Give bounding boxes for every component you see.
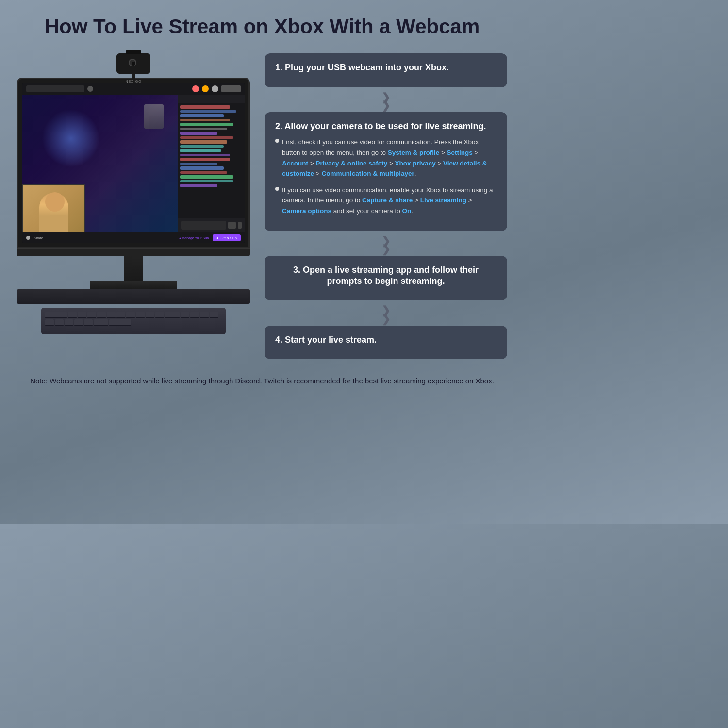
monitor: Share ♦ Manage Your Sub ♦ Gift a Sub	[17, 78, 250, 289]
step-1-card: 1. Plug your USB webcam into your Xbox.	[265, 53, 507, 87]
link-capture-share: Capture & share	[362, 197, 413, 204]
topbar-dot-red	[192, 85, 199, 92]
game-view	[22, 95, 178, 232]
bullet-dot-1	[275, 139, 279, 143]
chat-line	[180, 128, 227, 130]
webcam-base	[132, 74, 135, 79]
chat-line	[180, 136, 233, 139]
streamer-cam	[22, 184, 85, 232]
key	[109, 319, 131, 326]
chat-line	[180, 180, 233, 182]
monitor-stand-base	[90, 281, 177, 289]
chat-line	[180, 110, 236, 113]
webcam-label: NEXIGO	[114, 80, 153, 83]
chat-line	[180, 145, 224, 148]
monitor-frame: Share ♦ Manage Your Sub ♦ Gift a Sub	[17, 78, 250, 248]
chat-panel	[178, 95, 245, 232]
key	[97, 312, 106, 318]
webcam-lens-inner	[132, 62, 135, 66]
chat-line	[180, 163, 218, 165]
bullet-dot-2	[275, 187, 279, 191]
chat-messages	[178, 103, 245, 218]
chat-header	[178, 95, 245, 103]
monitor-screen: Share ♦ Manage Your Sub ♦ Gift a Sub	[22, 83, 245, 243]
key	[74, 319, 83, 326]
webcam-lens	[129, 59, 136, 66]
chat-line	[180, 114, 224, 117]
step-1-title: 1. Plug your USB webcam into your Xbox.	[275, 62, 496, 73]
key	[68, 312, 77, 318]
chat-line	[180, 175, 233, 179]
right-panel: 1. Plug your USB webcam into your Xbox. …	[265, 53, 507, 363]
note-section: Note: Webcams are not supported while li…	[17, 375, 507, 387]
link-comm-multiplayer: Communication & multiplayer	[321, 170, 414, 177]
step-2-bullet-2-text: If you can use video communication, enab…	[282, 185, 496, 216]
link-on: On	[402, 207, 412, 215]
step-3-title: 3. Open a live streaming app and follow …	[275, 265, 496, 287]
key	[84, 319, 93, 326]
key	[200, 312, 209, 318]
step-2-card: 2. Allow your camera to be used for live…	[265, 112, 507, 231]
monitor-neck	[124, 256, 143, 281]
chevron-icon-2: ❯	[381, 101, 390, 110]
step-4-title: 4. Start your live stream.	[275, 334, 496, 346]
share-icon	[26, 236, 30, 240]
key	[155, 312, 164, 318]
step-2-bullet-1-text: First, check if you can use video for co…	[282, 137, 496, 179]
key	[210, 312, 218, 318]
chat-line	[180, 123, 233, 126]
key	[181, 312, 189, 318]
screen-bottom-bar: Share ♦ Manage Your Sub ♦ Gift a Sub	[22, 232, 245, 243]
key	[126, 312, 135, 318]
webcam-body	[116, 53, 150, 74]
arrow-3: ❯ ❯	[265, 306, 507, 323]
chat-line	[180, 171, 227, 174]
chat-input	[181, 221, 226, 230]
chat-line	[180, 154, 231, 156]
screen-left: Share ♦ Manage Your Sub ♦ Gift a Sub	[22, 83, 245, 243]
chat-line	[180, 119, 231, 121]
key	[45, 312, 67, 318]
step-2-bullet-2: If you can use video communication, enab…	[275, 185, 496, 216]
topbar-dot-orange	[202, 85, 209, 92]
manage-sub: ♦ Manage Your Sub	[179, 236, 209, 240]
monitor-chin	[17, 248, 250, 256]
key	[94, 319, 108, 326]
keyboard	[41, 308, 226, 334]
arrow-2: ❯ ❯	[265, 237, 507, 254]
chat-line	[180, 105, 231, 109]
gift-btn[interactable]: ♦ Gift a Sub	[213, 234, 241, 241]
step-2-bullet-1: First, check if you can use video for co…	[275, 137, 496, 179]
link-account: Account	[282, 160, 308, 167]
topbar-icons	[192, 85, 241, 92]
link-live-streaming: Live streaming	[420, 197, 466, 204]
key	[55, 319, 64, 326]
key	[116, 312, 125, 318]
screen-main	[22, 95, 245, 232]
key	[87, 312, 96, 318]
share-label: Share	[34, 236, 43, 240]
step-3-card: 3. Open a live streaming app and follow …	[265, 256, 507, 301]
topbar-dot-gray	[212, 85, 218, 92]
link-privacy: Privacy & online safety	[315, 160, 387, 167]
key	[136, 312, 145, 318]
chat-icon	[228, 222, 236, 229]
key	[65, 319, 73, 326]
step-4-card: 4. Start your live stream.	[265, 326, 507, 359]
chat-more	[238, 222, 242, 229]
left-panel: NEXIGO	[17, 53, 250, 334]
chat-line	[180, 132, 218, 135]
webcam: NEXIGO	[114, 53, 153, 80]
step-2-title: 2. Allow your camera to be used for live…	[275, 121, 496, 132]
topbar-user	[221, 85, 241, 92]
link-xbox-privacy: Xbox privacy	[395, 160, 436, 167]
chat-bottom	[178, 218, 245, 232]
link-system-profile: System & profile	[388, 149, 440, 156]
search-icon-fake	[87, 86, 93, 92]
key	[45, 319, 54, 326]
note-text: Note: Webcams are not supported while li…	[27, 375, 497, 387]
chat-line	[180, 140, 227, 144]
key	[165, 312, 180, 318]
link-settings: Settings	[447, 149, 473, 156]
desk-surface	[17, 289, 250, 304]
